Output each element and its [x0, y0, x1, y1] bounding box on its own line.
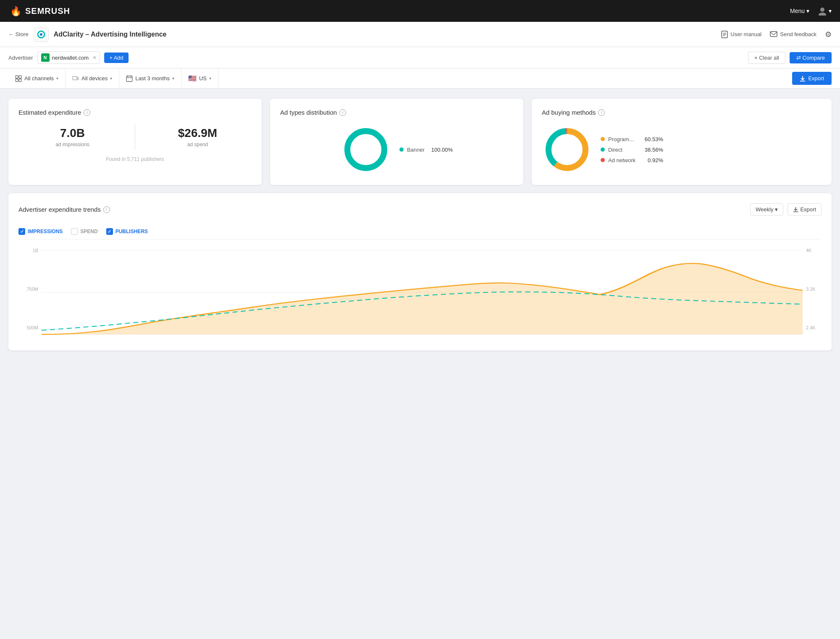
- svg-rect-17: [77, 77, 79, 80]
- country-chevron: ▾: [209, 76, 211, 81]
- svg-rect-14: [16, 79, 18, 82]
- trends-info-icon[interactable]: i: [103, 206, 110, 213]
- metric-divider: [135, 124, 135, 150]
- user-button[interactable]: ▾: [818, 6, 832, 16]
- main-content: Estimated expenditure i 7.0B ad impressi…: [0, 89, 840, 360]
- advertiser-right: × Clear all ⇄ Compare: [748, 52, 832, 64]
- y-axis-right: 4K 3.2K 2.4K: [803, 246, 822, 340]
- advertiser-left: Advertiser N nerdwallet.com × + Add: [8, 51, 129, 64]
- banner-dot: [399, 147, 404, 152]
- legend-direct: Direct 38.56%: [601, 147, 663, 153]
- remove-advertiser-button[interactable]: ×: [93, 54, 96, 61]
- top-navigation: 🔥 SEMRUSH Menu ▾ ▾: [0, 0, 840, 22]
- sub-header-right: User manual Send feedback ⚙: [721, 30, 832, 39]
- channels-icon: [15, 75, 22, 82]
- ad-buying-legend: Program… 60.53% Direct 38.56% Ad network…: [601, 136, 663, 163]
- ad-buying-donut-chart: [542, 124, 592, 175]
- export-button[interactable]: Export: [792, 72, 832, 85]
- advertiser-name: nerdwallet.com: [52, 55, 89, 61]
- expenditure-card: Estimated expenditure i 7.0B ad impressi…: [8, 99, 262, 185]
- trends-export-button[interactable]: Export: [788, 203, 822, 216]
- ad-buying-info-icon[interactable]: i: [598, 109, 605, 116]
- advertiser-label: Advertiser: [8, 55, 33, 61]
- filter-bar-left: All channels ▾ All devices ▾ Last 3 mont…: [8, 68, 218, 88]
- svg-rect-15: [19, 79, 21, 82]
- all-devices-filter[interactable]: All devices ▾: [66, 69, 119, 88]
- y-axis-left: 1B 750M 500M: [18, 246, 42, 340]
- all-channels-filter[interactable]: All channels ▾: [8, 69, 66, 88]
- sub-header: ← Store AdClarity – Advertising Intellig…: [0, 22, 840, 47]
- user-manual-link[interactable]: User manual: [721, 31, 762, 38]
- ad-types-donut-chart: [341, 124, 391, 175]
- svg-point-3: [819, 13, 826, 16]
- filter-bar: All channels ▾ All devices ▾ Last 3 mont…: [0, 68, 840, 89]
- svg-rect-16: [73, 76, 77, 80]
- svg-rect-18: [126, 76, 132, 82]
- nerdwallet-icon: N: [41, 53, 50, 62]
- brand-name: SEMRUSH: [25, 6, 70, 16]
- legend-programmatic: Program… 60.53%: [601, 136, 663, 142]
- compare-button[interactable]: ⇄ Compare: [790, 52, 832, 63]
- impressions-legend-toggle[interactable]: ✓ IMPRESSIONS: [18, 228, 63, 235]
- spend-value: $26.9M: [144, 126, 252, 140]
- legend-item-banner: Banner 100.00%: [399, 147, 453, 153]
- weekly-button[interactable]: Weekly ▾: [750, 203, 783, 216]
- svg-point-6: [40, 33, 42, 36]
- programmatic-dot: [601, 137, 605, 141]
- impressions-metric: 7.0B ad impressions: [18, 126, 126, 147]
- ad-types-donut-container: Banner 100.00%: [280, 124, 513, 175]
- adclarity-icon: [35, 29, 47, 40]
- publishers-legend-toggle[interactable]: ✓ PUBLISHERS: [106, 228, 148, 235]
- spend-label: ad spend: [144, 142, 252, 147]
- ad-types-info-icon[interactable]: i: [339, 109, 346, 116]
- svg-rect-13: [19, 76, 21, 78]
- settings-icon[interactable]: ⚙: [825, 30, 832, 39]
- ad-types-title: Ad types distribution i: [280, 109, 513, 116]
- publishers-checkbox[interactable]: ✓: [106, 228, 113, 235]
- ad-types-card: Ad types distribution i Banner 100.00%: [270, 99, 523, 185]
- menu-button[interactable]: Menu ▾: [790, 8, 809, 14]
- direct-dot: [601, 147, 605, 152]
- trends-title: Advertiser expenditure trends i: [18, 206, 110, 213]
- app-title: AdClarity – Advertising Intelligence: [54, 31, 167, 38]
- svg-point-25: [347, 131, 384, 168]
- semrush-logo[interactable]: 🔥 SEMRUSH: [8, 4, 70, 18]
- svg-rect-11: [770, 32, 777, 37]
- book-icon: [721, 31, 728, 38]
- impressions-label: ad impressions: [18, 142, 126, 147]
- svg-rect-12: [16, 76, 18, 78]
- trends-card: Advertiser expenditure trends i Weekly ▾…: [8, 193, 832, 350]
- expenditure-metrics: 7.0B ad impressions $26.9M ad spend: [18, 124, 252, 150]
- nav-right: Menu ▾ ▾: [790, 6, 832, 16]
- channels-chevron: ▾: [56, 76, 58, 81]
- trend-chart-svg: [42, 246, 803, 339]
- chart-legend: ✓ IMPRESSIONS SPEND ✓ PUBLISHERS: [18, 224, 822, 239]
- semrush-flame-icon: 🔥: [8, 4, 22, 18]
- feedback-icon: [770, 31, 777, 38]
- impressions-checkbox[interactable]: ✓: [18, 228, 25, 235]
- date-range-filter[interactable]: Last 3 months ▾: [119, 69, 181, 88]
- nav-left: 🔥 SEMRUSH: [8, 4, 70, 18]
- spend-checkbox[interactable]: [71, 228, 78, 235]
- publishers-note: Found in 5,711 publishers: [18, 156, 252, 162]
- chart-container: 1B 750M 500M: [18, 246, 822, 340]
- send-feedback-link[interactable]: Send feedback: [770, 31, 816, 38]
- ad-network-dot: [601, 158, 605, 162]
- clear-all-button[interactable]: × Clear all: [748, 52, 785, 64]
- svg-point-2: [820, 8, 824, 12]
- us-flag-icon: 🇺🇸: [188, 74, 197, 82]
- country-filter[interactable]: 🇺🇸 US ▾: [181, 68, 218, 88]
- add-advertiser-button[interactable]: + Add: [104, 53, 129, 63]
- back-to-store-link[interactable]: ← Store: [8, 31, 29, 37]
- expenditure-title: Estimated expenditure i: [18, 109, 252, 116]
- ad-types-legend: Banner 100.00%: [399, 147, 453, 153]
- devices-chevron: ▾: [110, 76, 112, 81]
- user-icon: [818, 6, 827, 16]
- spend-legend-toggle[interactable]: SPEND: [71, 228, 97, 235]
- trends-actions: Weekly ▾ Export: [750, 203, 822, 216]
- app-icon: [34, 27, 49, 42]
- impressions-value: 7.0B: [18, 126, 126, 140]
- trends-header: Advertiser expenditure trends i Weekly ▾…: [18, 203, 822, 216]
- expenditure-info-icon[interactable]: i: [84, 109, 90, 116]
- ad-buying-card: Ad buying methods i Program…: [532, 99, 832, 185]
